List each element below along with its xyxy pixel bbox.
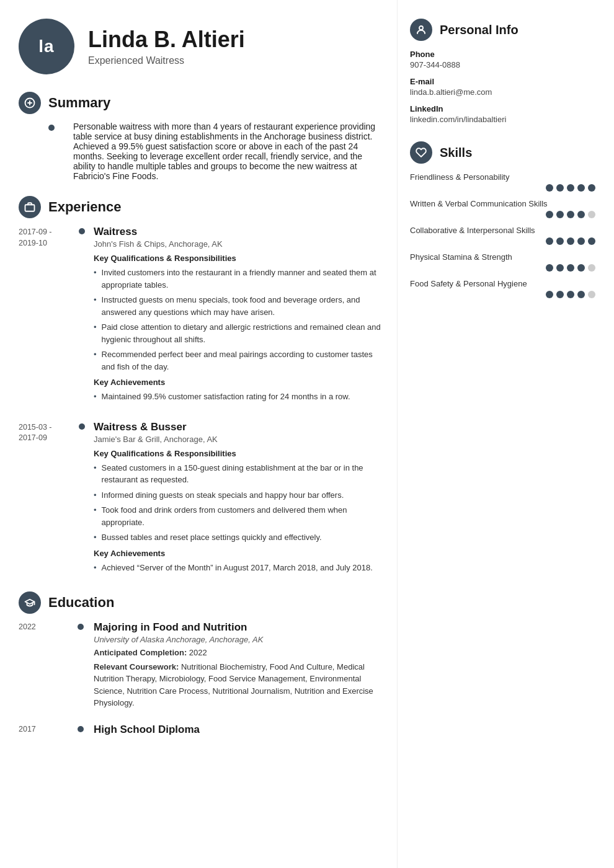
skill-dots-4 [410, 291, 595, 298]
education-section-header: Education [19, 591, 385, 614]
phone-label: Phone [410, 50, 595, 59]
skill-name-2: Collaborative & Interpersonal Skills [410, 226, 595, 235]
exp-achieve-heading-1: Key Achievements [94, 378, 385, 387]
exp-achieve-item-2-1: Achieved “Server of the Month” in August… [94, 562, 385, 574]
skill-dot-0-2 [567, 184, 574, 192]
svg-rect-3 [25, 205, 35, 211]
skill-dot-2-0 [546, 237, 553, 245]
skills-icon [410, 141, 432, 164]
edu-entry-1: 2022 Majoring in Food and Nutrition Univ… [19, 621, 385, 711]
skill-dot-4-0 [546, 291, 553, 298]
personal-info-phone: Phone 907-344-0888 [410, 50, 595, 69]
header-text: Linda B. Altieri Experienced Waitress [88, 27, 245, 66]
edu-dot-col-2 [78, 724, 86, 737]
skill-dot-0-3 [577, 184, 585, 192]
exp-qual-item-2-4: Bussed tables and reset place settings q… [94, 531, 385, 544]
education-section: Education 2022 Majoring in Food and Nutr… [19, 591, 385, 737]
right-column: Personal Info Phone 907-344-0888 E-mail … [397, 0, 614, 868]
skill-dot-4-4 [588, 291, 595, 298]
skill-dot-4-2 [567, 291, 574, 298]
email-label: E-mail [410, 77, 595, 86]
skill-item-4: Food Safety & Personal Hygiene [410, 279, 595, 298]
candidate-name: Linda B. Altieri [88, 27, 245, 52]
svg-point-4 [419, 26, 423, 30]
summary-title: Summary [48, 95, 110, 111]
skill-dot-3-1 [556, 264, 564, 272]
personal-info-section: Personal Info Phone 907-344-0888 E-mail … [410, 19, 595, 124]
education-title: Education [48, 595, 114, 611]
summary-text: Personable waitress with more than 4 yea… [61, 122, 385, 181]
skill-dot-1-2 [567, 211, 574, 218]
edu-dot-2 [78, 726, 84, 732]
edu-coursework-1: Relevant Coursework: Nutritional Biochem… [94, 661, 385, 709]
skill-dot-4-1 [556, 291, 564, 298]
summary-section-header: Summary [19, 92, 385, 114]
skill-dot-2-4 [588, 237, 595, 245]
exp-date-2: 2015-03 - 2017-09 [19, 421, 78, 577]
summary-bullet-dot [48, 125, 55, 131]
phone-value: 907-344-0888 [410, 60, 595, 69]
exp-achieve-heading-2: Key Achievements [94, 549, 385, 558]
summary-bullet: Personable waitress with more than 4 yea… [48, 122, 385, 181]
skill-item-1: Written & Verbal Communication Skills [410, 199, 595, 218]
linkedin-label: LinkedIn [410, 104, 595, 113]
personal-info-title: Personal Info [440, 23, 518, 37]
skill-dots-2 [410, 237, 595, 245]
exp-dot-2 [79, 423, 85, 430]
skill-dot-2-1 [556, 237, 564, 245]
edu-dot-col-1 [78, 621, 86, 711]
skill-name-0: Friendliness & Personability [410, 172, 595, 182]
exp-qual-heading-2: Key Qualifications & Responsibilities [94, 449, 385, 458]
exp-content-1: Waitress John's Fish & Chips, Anchorage,… [86, 226, 385, 406]
edu-coursework-label-1: Relevant Coursework: [94, 662, 179, 671]
education-icon [19, 591, 41, 614]
skill-dot-3-4 [588, 264, 595, 272]
skill-dot-3-2 [567, 264, 574, 272]
skill-dots-0 [410, 184, 595, 192]
edu-content-1: Majoring in Food and Nutrition Universit… [86, 621, 385, 711]
exp-qual-item-2-1: Seated customers in a 150-guest dining e… [94, 462, 385, 486]
summary-section: Summary Personable waitress with more th… [19, 92, 385, 181]
skill-dot-3-3 [577, 264, 585, 272]
experience-title: Experience [48, 199, 121, 215]
experience-entry-1: 2017-09 - 2019-10 Waitress John's Fish &… [19, 226, 385, 406]
personal-info-linkedin: LinkedIn linkedin.com/in/lindabaltieri [410, 104, 595, 124]
experience-section-header: Experience [19, 196, 385, 218]
exp-date-1: 2017-09 - 2019-10 [19, 226, 78, 406]
personal-info-icon [410, 19, 432, 41]
candidate-title: Experienced Waitress [88, 55, 245, 66]
edu-entry-2: 2017 High School Diploma [19, 724, 385, 737]
edu-content-2: High School Diploma [86, 724, 385, 737]
skill-name-1: Written & Verbal Communication Skills [410, 199, 595, 208]
header: la Linda B. Altieri Experienced Waitress [19, 19, 385, 74]
skill-dots-3 [410, 264, 595, 272]
exp-content-2: Waitress & Busser Jamie's Bar & Grill, A… [86, 421, 385, 577]
edu-year-1: 2022 [19, 621, 78, 711]
exp-job-title-2: Waitress & Busser [94, 421, 385, 433]
personal-info-email: E-mail linda.b.altieri@me.com [410, 77, 595, 97]
exp-qual-item-1-3: Paid close attention to dietary and alle… [94, 321, 385, 345]
skill-dot-1-4 [588, 211, 595, 218]
skill-dot-0-0 [546, 184, 553, 192]
exp-qual-item-2-3: Took food and drink orders from customer… [94, 504, 385, 528]
edu-degree-1: Majoring in Food and Nutrition [94, 621, 385, 634]
experience-entry-2: 2015-03 - 2017-09 Waitress & Busser Jami… [19, 421, 385, 577]
skill-name-4: Food Safety & Personal Hygiene [410, 279, 595, 288]
experience-section: Experience 2017-09 - 2019-10 Waitress Jo… [19, 196, 385, 577]
exp-qual-item-1-4: Recommended perfect beer and meal pairin… [94, 348, 385, 373]
skill-item-2: Collaborative & Interpersonal Skills [410, 226, 595, 245]
skill-dot-0-1 [556, 184, 564, 192]
skill-dots-1 [410, 211, 595, 218]
skill-dot-1-1 [556, 211, 564, 218]
skill-dot-1-0 [546, 211, 553, 218]
avatar: la [19, 19, 74, 74]
skills-title: Skills [440, 146, 472, 160]
exp-achieve-item-1-1: Maintained 99.5% customer satisfaction r… [94, 391, 385, 403]
edu-anticipated-label-1: Anticipated Completion: [94, 648, 187, 657]
skill-item-3: Physical Stamina & Strength [410, 252, 595, 272]
exp-qual-list-1: Invited customers into the restaurant in… [94, 267, 385, 373]
skill-dot-2-2 [567, 237, 574, 245]
exp-qual-heading-1: Key Qualifications & Responsibilities [94, 254, 385, 263]
summary-icon [19, 92, 41, 114]
edu-anticipated-value-1: 2022 [189, 648, 207, 657]
